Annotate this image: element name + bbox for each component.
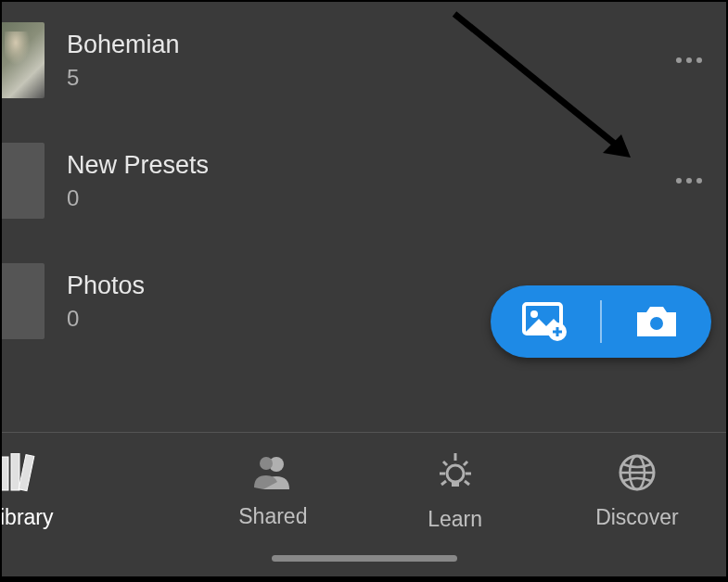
home-indicator[interactable]: [272, 555, 457, 562]
svg-rect-9: [0, 457, 8, 490]
svg-line-20: [464, 462, 467, 465]
album-thumbnail: [0, 143, 45, 219]
add-photo-fab: [491, 285, 711, 358]
album-name: Bohemian: [67, 31, 669, 59]
import-photo-button[interactable]: [491, 285, 600, 358]
nav-learn[interactable]: Learn: [364, 433, 546, 550]
library-icon: [0, 453, 43, 492]
svg-line-21: [441, 481, 446, 485]
svg-point-14: [447, 465, 464, 482]
nav-library[interactable]: ibrary: [0, 433, 182, 550]
lightbulb-icon: [434, 451, 477, 494]
ellipsis-icon: [676, 57, 702, 63]
album-row[interactable]: Bohemian 5: [0, 0, 728, 120]
svg-point-3: [530, 310, 538, 318]
nav-label: Learn: [428, 507, 482, 532]
globe-icon: [618, 453, 657, 492]
album-thumbnail: [0, 22, 45, 98]
nav-label: Shared: [238, 504, 307, 529]
svg-point-13: [260, 457, 273, 470]
album-info: New Presets 0: [67, 151, 669, 211]
album-count: 0: [67, 185, 669, 211]
nav-shared[interactable]: Shared: [182, 433, 364, 550]
svg-line-19: [443, 462, 447, 465]
camera-button[interactable]: [602, 285, 711, 358]
svg-line-22: [465, 481, 469, 485]
image-add-icon: [522, 302, 568, 341]
ellipsis-icon: [676, 178, 702, 183]
album-count: 5: [67, 65, 669, 91]
album-info: Bohemian 5: [67, 31, 669, 91]
nav-label: ibrary: [0, 505, 54, 530]
camera-icon: [633, 303, 680, 340]
album-thumbnail: [0, 263, 45, 339]
more-options-button[interactable]: [669, 40, 709, 81]
bottom-nav: ibrary Shared Learn: [0, 432, 728, 550]
svg-rect-11: [19, 455, 34, 491]
album-name: New Presets: [67, 151, 669, 180]
svg-rect-10: [11, 453, 19, 490]
more-options-button[interactable]: [669, 160, 709, 201]
nav-label: Discover: [595, 505, 678, 530]
nav-discover[interactable]: Discover: [546, 433, 728, 550]
frame-edge: [0, 576, 728, 582]
people-icon: [252, 454, 293, 491]
album-row[interactable]: New Presets 0: [0, 120, 728, 241]
svg-rect-15: [452, 481, 459, 487]
